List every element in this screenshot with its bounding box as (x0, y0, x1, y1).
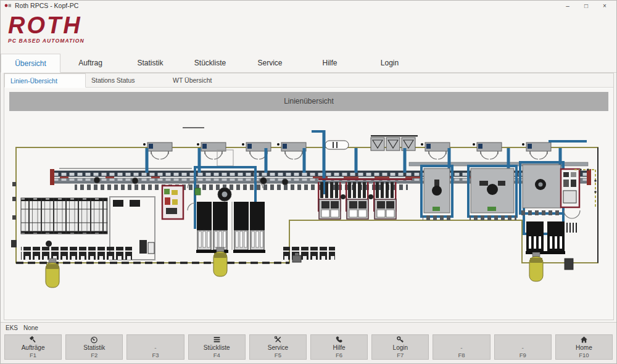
gavel-icon (29, 336, 37, 344)
stueckliste-button[interactable]: Stückliste F4 (188, 334, 246, 360)
tab-hilfe[interactable]: Hilfe (300, 54, 360, 72)
subtab-wt-uebersicht[interactable]: WT Übersicht (167, 73, 249, 87)
brand-bar: ROTH PC BASED AUTOMATION (1, 10, 616, 54)
home-button[interactable]: Home F10 (555, 334, 613, 360)
hilfe-button[interactable]: Hilfe F6 (310, 334, 368, 360)
status-bar: EKS None (1, 322, 616, 333)
subtab-stations-status[interactable]: Stations Status (86, 73, 167, 87)
f8-button[interactable]: - F8 (433, 334, 490, 360)
f9-button[interactable]: - F9 (494, 334, 552, 360)
tab-uebersicht[interactable]: Übersicht (1, 54, 60, 73)
service-button[interactable]: Service F5 (249, 334, 307, 360)
login-button[interactable]: Login F7 (371, 334, 429, 360)
status-value: None (23, 325, 38, 331)
subtab-linien-uebersicht[interactable]: Linien-Übersicht (Grafisch) (4, 73, 86, 88)
plan-area: Linienübersicht (4, 88, 613, 320)
statistik-button[interactable]: Statistik F2 (65, 334, 123, 360)
key-icon (396, 336, 404, 344)
roth-logo: ROTH PC BASED AUTOMATION (8, 13, 85, 44)
sub-tab-bar: Linien-Übersicht (Grafisch) Stations Sta… (4, 73, 613, 88)
tab-login[interactable]: Login (360, 54, 420, 72)
app-window: Roth RPCS - Kopf-PC – □ × ROTH PC BASED … (0, 0, 617, 364)
logo-text: ROTH (8, 13, 85, 38)
app-icon (4, 2, 12, 9)
f3-button[interactable]: - F3 (126, 334, 184, 360)
floor-plan (4, 88, 613, 320)
logo-tagline: PC BASED AUTOMATION (8, 38, 85, 44)
gauge-icon (90, 336, 98, 344)
tools-icon (274, 336, 282, 344)
tab-statistik[interactable]: Statistik (120, 54, 180, 72)
main-tab-bar: Übersicht Auftrag Statistik Stückliste S… (1, 54, 616, 73)
press-machines (188, 181, 265, 253)
home-icon (580, 336, 588, 344)
phone-icon (335, 336, 343, 344)
title-bar: Roth RPCS - Kopf-PC – □ × (1, 1, 616, 10)
function-key-bar: Aufträge F1 Statistik F2 - F3 Stückliste… (1, 333, 616, 363)
right-cells (423, 165, 562, 220)
chute-row (371, 135, 418, 151)
close-icon[interactable]: × (595, 1, 614, 10)
tab-service[interactable]: Service (240, 54, 300, 72)
tab-stueckliste[interactable]: Stückliste (180, 54, 240, 72)
tab-auftrag[interactable]: Auftrag (60, 54, 120, 72)
auftraege-button[interactable]: Aufträge F1 (4, 334, 62, 360)
list-icon (213, 336, 221, 344)
maximize-icon[interactable]: □ (577, 1, 595, 10)
status-label: EKS (6, 325, 18, 331)
content-panel: Linien-Übersicht (Grafisch) Stations Sta… (4, 73, 614, 320)
left-maroon-cell (162, 186, 183, 219)
window-title: Roth RPCS - Kopf-PC (15, 2, 78, 9)
minimize-icon[interactable]: – (558, 1, 577, 10)
mid-cells (318, 178, 412, 219)
